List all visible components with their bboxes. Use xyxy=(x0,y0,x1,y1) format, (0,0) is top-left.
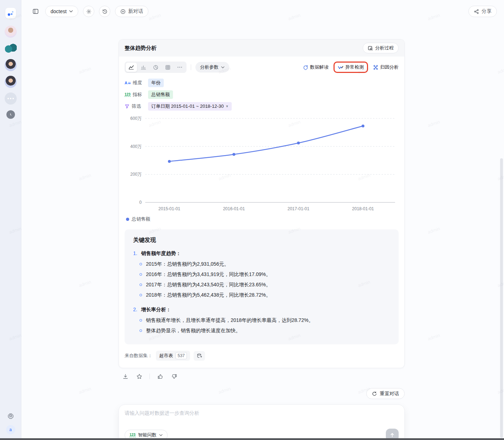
dataset-label: 来自数据集： xyxy=(125,352,152,359)
funnel-icon xyxy=(125,104,130,109)
download-button[interactable] xyxy=(122,373,129,380)
history-button[interactable] xyxy=(99,6,110,17)
thumbs-down-button[interactable] xyxy=(170,373,178,380)
dataset-tag[interactable]: 超市表 537 xyxy=(156,351,190,361)
chat-column: 整体趋势分析 分析过程 xyxy=(119,39,405,440)
metric-label-wrap: 123 指标 xyxy=(125,91,148,98)
svg-text:2015-01-01: 2015-01-01 xyxy=(158,206,180,211)
filter-tag[interactable]: 订单日期 2015-01-01 ~ 2018-12-30 ▼ xyxy=(148,102,232,111)
assistant-avatar-3[interactable] xyxy=(5,59,17,71)
metric-label: 指标 xyxy=(133,91,142,98)
chevron-down-icon xyxy=(221,66,225,69)
assistant-avatar-4[interactable] xyxy=(5,76,17,88)
metric-tag[interactable]: 总销售额 xyxy=(148,90,173,99)
chart-type-table[interactable] xyxy=(162,63,173,72)
toolbar-actions: 数据解读 异常检测 xyxy=(303,64,399,70)
dataset-row: 来自数据集： 超市表 537 xyxy=(125,351,399,361)
chart-type-pie[interactable] xyxy=(150,63,161,72)
dataset-name: 超市表 xyxy=(159,352,173,359)
svg-text:2016-01-01: 2016-01-01 xyxy=(223,206,245,211)
chart-type-line[interactable] xyxy=(126,63,137,72)
filter-label: 筛选 xyxy=(132,103,141,110)
dataset-db-button[interactable] xyxy=(194,351,205,361)
assistant-avatar-2[interactable] xyxy=(5,42,17,54)
attribution-button[interactable]: 归因分析 xyxy=(373,64,399,70)
settings-gear-icon[interactable] xyxy=(7,412,14,419)
data-interpret-label: 数据解读 xyxy=(310,64,329,70)
new-chat-button[interactable]: 新对话 xyxy=(115,6,148,17)
pie-chart-icon xyxy=(153,65,158,70)
trend-chart[interactable]: 0200万400万600万2015-01-012016-01-012017-01… xyxy=(125,114,399,214)
dimension-value: 年份 xyxy=(151,80,161,86)
dimension-label-wrap: A 维度 xyxy=(125,80,148,86)
card-body: 分析参数 数据解读 xyxy=(119,57,404,368)
metric-row: 123 指标 总销售额 xyxy=(125,90,399,99)
bar-chart-icon xyxy=(141,65,146,70)
analysis-process-button[interactable]: 分析过程 xyxy=(363,43,399,53)
smart-ask-label: 智能问数 xyxy=(138,432,157,438)
finding-item: 2. 增长率分析： 销售额逐年增长，且增长率逐年提高，2018年的增长率最高，达… xyxy=(133,306,390,336)
key-findings-panel: 关键发现 1. 销售额年度趋势： 2015年：总销售额约为2,931,056元。… xyxy=(125,229,399,344)
anomaly-detect-button[interactable]: 异常检测 xyxy=(338,64,364,70)
bulb-icon xyxy=(303,65,308,70)
chart-type-bar[interactable] xyxy=(138,63,149,72)
logo-icon xyxy=(7,10,14,17)
history-clock-icon[interactable] xyxy=(6,110,15,119)
chat-input[interactable] xyxy=(125,410,399,429)
attribution-label: 归因分析 xyxy=(380,64,399,70)
dimension-tag[interactable]: 年份 xyxy=(148,79,164,87)
app-screen: a doctest xyxy=(0,0,504,440)
smart-ask-123-icon: 123 xyxy=(130,433,136,437)
settings-button[interactable] xyxy=(83,6,94,17)
sidebar: a xyxy=(0,0,21,440)
dataset-count-badge: 537 xyxy=(175,352,187,359)
thumbs-up-icon xyxy=(157,373,163,380)
new-chat-label: 新对话 xyxy=(128,8,143,15)
favorite-button[interactable] xyxy=(136,373,143,380)
workspace-selector[interactable]: doctest xyxy=(45,6,78,17)
history-icon xyxy=(102,9,107,14)
finding-bullet: 整体趋势显示，销售额的增长速度在加快。 xyxy=(133,325,390,336)
app-logo[interactable] xyxy=(5,8,16,18)
workspace-name: doctest xyxy=(51,9,67,14)
metric-123-icon: 123 xyxy=(125,92,131,97)
analysis-card: 整体趋势分析 分析过程 xyxy=(119,39,405,368)
user-avatar[interactable]: a xyxy=(6,425,15,434)
download-icon xyxy=(122,373,128,380)
finding-bullet: 2017年：总销售额约为4,243,540元，同比增长23.65%。 xyxy=(133,280,390,290)
user-initial: a xyxy=(9,427,12,432)
arrow-up-icon xyxy=(389,432,395,438)
divider xyxy=(191,64,191,70)
findings-title: 关键发现 xyxy=(133,237,390,244)
card-header: 整体趋势分析 分析过程 xyxy=(119,39,404,57)
line-chart-icon xyxy=(128,65,134,70)
reset-chat-label: 重置对话 xyxy=(380,391,399,397)
chevron-down-icon xyxy=(69,10,73,13)
filter-value: 订单日期 2015-01-01 ~ 2018-12-30 xyxy=(151,103,224,110)
filter-row: 筛选 订单日期 2015-01-01 ~ 2018-12-30 ▼ xyxy=(125,102,399,111)
svg-text:2017-01-01: 2017-01-01 xyxy=(288,206,310,211)
database-icon xyxy=(197,353,202,359)
chart-type-more[interactable] xyxy=(174,63,185,72)
share-button[interactable]: 分享 xyxy=(468,6,497,17)
gear-icon xyxy=(86,9,91,14)
share-label: 分享 xyxy=(482,8,492,15)
sidebar-toggle-icon[interactable] xyxy=(31,6,41,16)
assistant-list xyxy=(5,26,17,119)
topbar: doctest 新对话 xyxy=(21,0,504,23)
refresh-icon xyxy=(372,391,377,396)
finding-bullet: 2015年：总销售额约为2,931,056元。 xyxy=(133,259,390,269)
anomaly-detect-label: 异常检测 xyxy=(345,64,364,70)
reset-chat-button[interactable]: 重置对话 xyxy=(366,388,405,399)
share-icon xyxy=(474,9,479,14)
chart-legend[interactable]: 总销售额 xyxy=(125,216,399,222)
scrollbar[interactable] xyxy=(500,158,503,438)
thumbs-up-button[interactable] xyxy=(157,373,164,380)
finding-title: 增长率分析： xyxy=(141,307,171,312)
data-interpret-button[interactable]: 数据解读 xyxy=(303,64,329,70)
more-assistants-button[interactable] xyxy=(5,92,17,105)
sidebar-bottom: a xyxy=(6,412,15,434)
assistant-avatar-1[interactable] xyxy=(5,26,17,38)
analysis-params-button[interactable]: 分析参数 xyxy=(195,62,229,73)
finding-number: 1. xyxy=(133,250,137,256)
